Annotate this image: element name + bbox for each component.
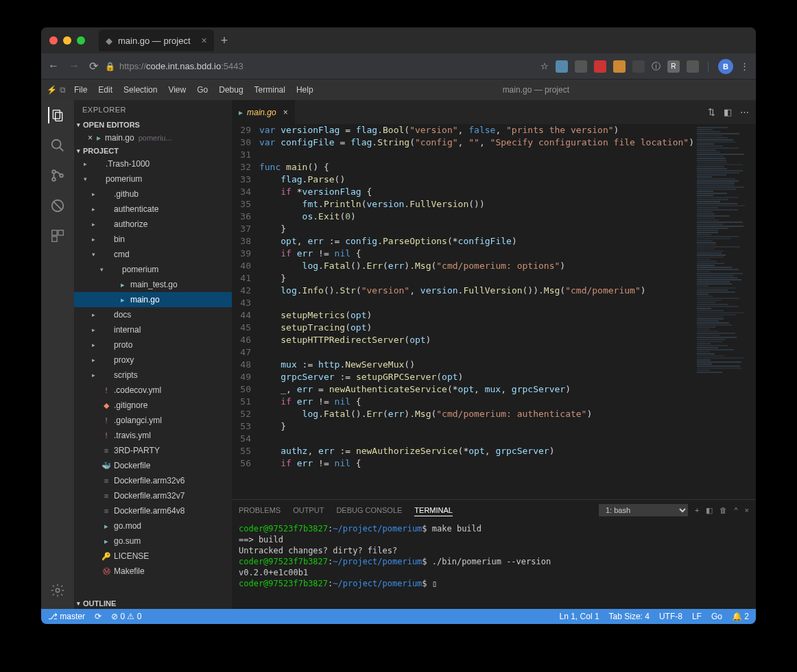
folder-item[interactable]: ▸bin [74, 232, 232, 247]
profile-avatar[interactable]: B [718, 59, 733, 74]
file-item[interactable]: !.codecov.yml [74, 383, 232, 398]
file-item[interactable]: ≡3RD-PARTY [74, 443, 232, 458]
extension-icon[interactable] [632, 60, 645, 73]
folder-item[interactable]: ▾pomerium [74, 171, 232, 187]
maximize-panel-icon[interactable]: ^ [734, 506, 737, 514]
file-item[interactable]: ≡Dockerfile.arm64v8 [74, 503, 232, 518]
menu-selection[interactable]: Selection [118, 82, 163, 97]
extension-icon[interactable] [687, 60, 699, 73]
extension-icon[interactable] [575, 60, 587, 73]
file-item[interactable]: 🐳Dockerfile [74, 458, 232, 473]
debug-icon[interactable] [49, 197, 66, 214]
encoding[interactable]: UTF-8 [659, 612, 682, 621]
minimize-window-icon[interactable] [63, 36, 71, 45]
split-editor-icon[interactable]: ◧ [724, 107, 732, 117]
git-branch[interactable]: ⎇ master [48, 612, 85, 621]
info-icon[interactable]: ⓘ [652, 60, 661, 73]
close-panel-icon[interactable]: × [745, 506, 749, 514]
close-window-icon[interactable] [49, 36, 58, 45]
source-control-icon[interactable] [49, 167, 66, 184]
new-tab-button[interactable]: + [221, 34, 228, 48]
close-tab-icon[interactable]: × [202, 35, 207, 46]
remote-icon[interactable]: ⚡ [47, 85, 57, 95]
folder-item[interactable]: ▸.github [74, 187, 232, 202]
minimap[interactable] [694, 124, 756, 499]
editor-tab[interactable]: ▸ main.go × [232, 100, 296, 124]
folder-item[interactable]: ▸scripts [74, 368, 232, 383]
file-item[interactable]: !.golangci.yml [74, 413, 232, 428]
menu-view[interactable]: View [163, 82, 191, 97]
tab-size[interactable]: Tab Size: 4 [609, 612, 650, 621]
folder-item[interactable]: ▸authorize [74, 217, 232, 232]
outline-section[interactable]: OUTLINE [74, 598, 232, 609]
panel-tab-terminal[interactable]: TERMINAL [414, 506, 453, 516]
file-item[interactable]: ≡Dockerfile.arm32v6 [74, 473, 232, 488]
search-icon[interactable] [49, 137, 66, 154]
reload-icon[interactable]: ⟳ [89, 60, 98, 73]
more-actions-icon[interactable]: ⋯ [740, 107, 749, 117]
file-item[interactable]: 🔑LICENSE [74, 549, 232, 564]
problems-status[interactable]: ⊘ 0 ⚠ 0 [111, 612, 141, 621]
lock-icon: 🔒 [105, 62, 115, 71]
menu-help[interactable]: Help [291, 82, 319, 97]
forward-icon[interactable]: → [69, 60, 80, 73]
sync-icon[interactable]: ⟳ [95, 612, 102, 621]
close-editor-icon[interactable]: × [88, 133, 93, 143]
browser-tab[interactable]: ◆ main.go — project × [99, 29, 214, 51]
file-item[interactable]: !.travis.yml [74, 428, 232, 443]
menu-file[interactable]: File [69, 82, 93, 97]
settings-gear-icon[interactable] [49, 582, 66, 599]
folder-item[interactable]: ▸authenticate [74, 202, 232, 217]
split-terminal-icon[interactable]: ◧ [706, 506, 713, 515]
folder-item[interactable]: ▸docs [74, 307, 232, 322]
folder-item[interactable]: ▸internal [74, 322, 232, 337]
menu-debug[interactable]: Debug [213, 82, 248, 97]
file-item[interactable]: ⓂMakefile [74, 564, 232, 579]
file-item[interactable]: ▸go.mod [74, 518, 232, 533]
folder-item[interactable]: ▸.Trash-1000 [74, 156, 232, 171]
language-mode[interactable]: Go [711, 612, 722, 621]
file-item[interactable]: ▸go.sum [74, 533, 232, 549]
extension-icon[interactable] [556, 60, 568, 73]
code-content[interactable]: var versionFlag = flag.Bool("version", f… [259, 124, 694, 499]
file-item[interactable]: ▸main.go [74, 292, 232, 307]
git-icon: ◆ [102, 401, 111, 410]
eol[interactable]: LF [692, 612, 702, 621]
address-bar[interactable]: 🔒 https://code.int.nas.bdd.io:5443 ☆ [105, 61, 549, 71]
open-editor-item[interactable]: × ▸ main.go pomeriu... [74, 130, 232, 145]
menu-terminal[interactable]: Terminal [249, 82, 291, 97]
browser-menu-icon[interactable]: ⋮ [740, 61, 749, 71]
code-editor[interactable]: 29 30 31 32 33 34 35 36 37 38 39 40 41 4… [232, 124, 694, 499]
close-tab-icon[interactable]: × [283, 108, 288, 117]
folder-item[interactable]: ▾pomerium [74, 262, 232, 277]
panel-tab-output[interactable]: OUTPUT [293, 506, 324, 514]
folder-item[interactable]: ▸proto [74, 337, 232, 352]
cursor-position[interactable]: Ln 1, Col 1 [560, 612, 599, 621]
folder-item[interactable]: ▾cmd [74, 247, 232, 262]
menu-edit[interactable]: Edit [93, 82, 118, 97]
traffic-lights[interactable] [49, 36, 85, 45]
terminal-output[interactable]: coder@97523f7b3827:~/project/pomerium$ m… [232, 520, 756, 609]
terminal-shell-select[interactable]: 1: bash [599, 504, 688, 516]
extension-icon[interactable]: R [667, 60, 680, 73]
open-editors-section[interactable]: OPEN EDITORS [74, 119, 232, 130]
explorer-icon[interactable] [48, 107, 64, 123]
project-section[interactable]: PROJECT [74, 145, 232, 156]
maximize-window-icon[interactable] [77, 36, 85, 45]
notifications[interactable]: 🔔 2 [732, 612, 749, 621]
star-icon[interactable]: ☆ [540, 61, 549, 71]
compare-icon[interactable]: ⇅ [708, 107, 715, 117]
menu-go[interactable]: Go [191, 82, 213, 97]
file-item[interactable]: ◆.gitignore [74, 398, 232, 413]
extension-icon[interactable] [613, 60, 626, 73]
extensions-icon[interactable] [49, 228, 66, 244]
panel-tab-debug-console[interactable]: DEBUG CONSOLE [336, 506, 402, 514]
back-icon[interactable]: ← [48, 60, 59, 73]
panel-tab-problems[interactable]: PROBLEMS [239, 506, 281, 514]
file-item[interactable]: ▸main_test.go [74, 277, 232, 292]
folder-item[interactable]: ▸proxy [74, 352, 232, 368]
kill-terminal-icon[interactable]: 🗑 [719, 506, 727, 514]
extension-icon[interactable] [594, 60, 606, 73]
file-item[interactable]: ≡Dockerfile.arm32v7 [74, 488, 232, 503]
new-terminal-icon[interactable]: + [695, 506, 699, 514]
